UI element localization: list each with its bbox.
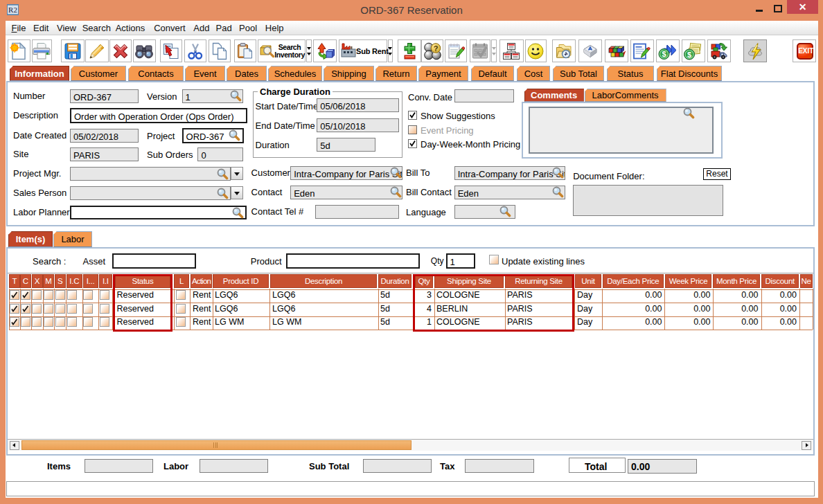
svg-text:$: $ <box>662 50 666 58</box>
svg-text:$: $ <box>687 51 691 59</box>
svg-text:?: ? <box>434 44 439 53</box>
